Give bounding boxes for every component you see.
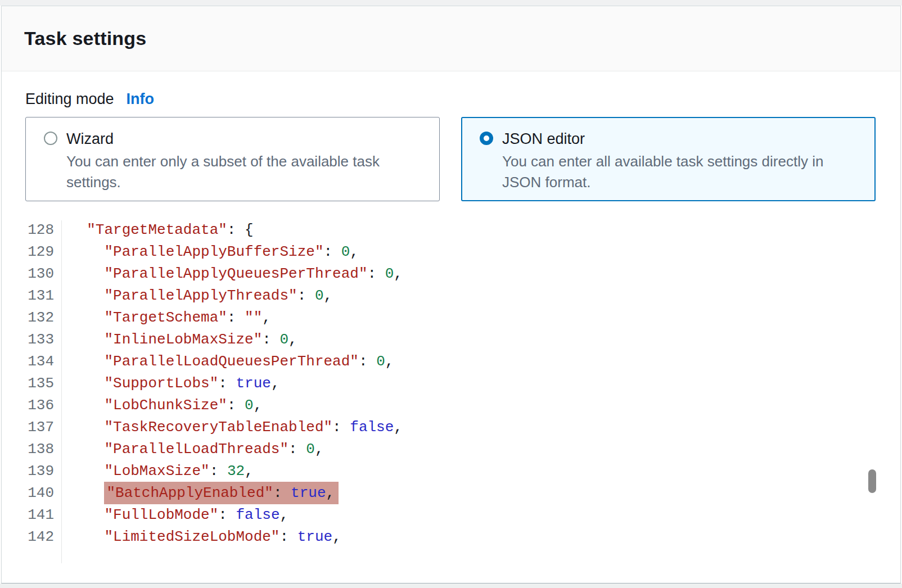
code-line[interactable]: 135 "SupportLobs": true, xyxy=(25,373,876,395)
line-number: 140 xyxy=(25,482,61,504)
code-line[interactable]: 139 "LobMaxSize": 32, xyxy=(25,460,876,482)
code-text: "ParallelApplyBufferSize": 0, xyxy=(61,241,359,263)
code-line[interactable]: 138 "ParallelLoadThreads": 0, xyxy=(25,438,876,460)
code-line[interactable]: 141 "FullLobMode": false, xyxy=(25,504,876,526)
code-text: "LobChunkSize": 0, xyxy=(61,395,262,417)
editing-mode-tiles: Wizard You can enter only a subset of th… xyxy=(25,117,876,201)
tile-title: JSON editor xyxy=(502,129,859,148)
line-number: 128 xyxy=(25,219,61,241)
gutter-separator xyxy=(61,220,62,563)
line-number: 134 xyxy=(25,351,61,373)
wizard-radio-button[interactable] xyxy=(44,132,57,145)
editing-mode-label: Editing mode xyxy=(25,91,114,108)
code-text: "ParallelApplyQueuesPerThread": 0, xyxy=(61,263,403,285)
code-text: "LobMaxSize": 32, xyxy=(61,460,254,482)
page-scrollbar-thumb[interactable] xyxy=(868,469,876,493)
code-line[interactable]: 142 "LimitedSizeLobMode": true, xyxy=(25,526,876,548)
tile-json-editor[interactable]: JSON editor You can enter all available … xyxy=(461,117,876,201)
code-text: "ParallelLoadQueuesPerThread": 0, xyxy=(61,351,394,373)
code-text: "TaskRecoveryTableEnabled": false, xyxy=(61,417,403,438)
line-number: 142 xyxy=(25,526,61,548)
tile-text: Wizard You can enter only a subset of th… xyxy=(66,129,423,201)
code-text: "InlineLobMaxSize": 0, xyxy=(61,329,297,351)
code-text: "FullLobMode": false, xyxy=(61,504,288,526)
code-line[interactable]: 137 "TaskRecoveryTableEnabled": false, xyxy=(25,417,876,438)
code-text: "ParallelLoadThreads": 0, xyxy=(61,438,324,460)
code-line[interactable]: 132 "TargetSchema": "", xyxy=(25,307,876,329)
tile-text: JSON editor You can enter all available … xyxy=(502,129,859,200)
code-line[interactable]: 136 "LobChunkSize": 0, xyxy=(25,395,876,417)
code-text: "TargetSchema": "", xyxy=(61,307,271,329)
json-editor-radio-button[interactable] xyxy=(480,132,493,145)
code-text: "TargetMetadata": { xyxy=(61,219,254,241)
code-line[interactable]: 131 "ParallelApplyThreads": 0, xyxy=(25,285,876,307)
code-line[interactable]: 129 "ParallelApplyBufferSize": 0, xyxy=(25,241,876,263)
code-line[interactable]: 128 "TargetMetadata": { xyxy=(25,219,876,241)
line-number: 132 xyxy=(25,307,61,329)
line-number: 135 xyxy=(25,373,61,395)
panel-header: Task settings xyxy=(2,6,900,71)
code-text: "ParallelApplyThreads": 0, xyxy=(61,285,332,307)
code-text: "BatchApplyEnabled": true, xyxy=(61,482,339,504)
line-number: 133 xyxy=(25,329,61,351)
line-number: 129 xyxy=(25,241,61,263)
line-number: 137 xyxy=(25,417,61,438)
task-settings-panel: Task settings Editing mode Info Wizard Y… xyxy=(1,6,901,584)
code-line[interactable]: 134 "ParallelLoadQueuesPerThread": 0, xyxy=(25,351,876,373)
panel-content: Editing mode Info Wizard You can enter o… xyxy=(2,71,900,548)
editing-mode-row: Editing mode Info xyxy=(25,91,876,108)
tile-title: Wizard xyxy=(66,129,423,148)
json-code-editor[interactable]: 128 "TargetMetadata": {129 "ParallelAppl… xyxy=(25,219,876,548)
line-number: 141 xyxy=(25,504,61,526)
code-text: "LimitedSizeLobMode": true, xyxy=(61,526,341,548)
code-line[interactable]: 133 "InlineLobMaxSize": 0, xyxy=(25,329,876,351)
page-top-strip xyxy=(0,0,902,6)
line-number: 136 xyxy=(25,395,61,417)
tile-wizard[interactable]: Wizard You can enter only a subset of th… xyxy=(25,117,440,201)
tile-description: You can enter only a subset of the avail… xyxy=(66,151,423,193)
code-text: "SupportLobs": true, xyxy=(61,373,280,395)
page-title: Task settings xyxy=(24,28,146,49)
line-number: 139 xyxy=(25,460,61,482)
info-link[interactable]: Info xyxy=(127,91,154,108)
line-number: 138 xyxy=(25,438,61,460)
code-line[interactable]: 140 "BatchApplyEnabled": true, xyxy=(25,482,876,504)
line-number: 130 xyxy=(25,263,61,285)
tile-description: You can enter all available task setting… xyxy=(502,151,859,193)
line-number: 131 xyxy=(25,285,61,307)
code-line[interactable]: 130 "ParallelApplyQueuesPerThread": 0, xyxy=(25,263,876,285)
page-bottom-strip xyxy=(0,584,902,588)
